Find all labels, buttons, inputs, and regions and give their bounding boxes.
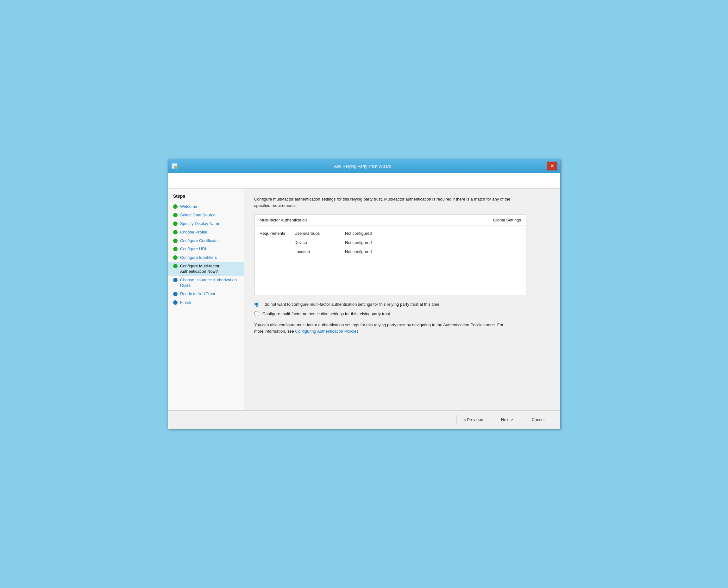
info-text: You can also configure multi-factor auth… bbox=[254, 322, 514, 334]
sidebar-item-configure-url[interactable]: Configure URL bbox=[168, 245, 244, 253]
step-dot-ready-to-add bbox=[173, 292, 178, 296]
sidebar-item-label-specify-display-name: Specify Display Name bbox=[180, 221, 220, 227]
mfa-item-name-users-groups: Users/Groups bbox=[294, 231, 326, 236]
step-dot-configure-certificate bbox=[173, 238, 178, 243]
title-bar: Add Relying Party Trust Wizard ✕ bbox=[168, 159, 560, 173]
close-button[interactable]: ✕ bbox=[547, 162, 557, 170]
window-title: Add Relying Party Trust Wizard bbox=[334, 164, 392, 169]
mfa-item-name-device: Device bbox=[294, 240, 326, 245]
mfa-item-name-location: Location bbox=[294, 249, 326, 254]
mfa-table-header: Multi-factor Authentication Global Setti… bbox=[255, 214, 526, 226]
steps-title: Steps bbox=[168, 193, 244, 203]
sidebar-item-label-configure-mfa: Configure Multi-factor Authentication No… bbox=[180, 264, 239, 274]
info-text-after: . bbox=[359, 329, 360, 334]
sidebar-item-label-ready-to-add: Ready to Add Trust bbox=[180, 292, 215, 297]
sidebar-item-welcome[interactable]: Welcome bbox=[168, 203, 244, 211]
sidebar-item-label-configure-url: Configure URL bbox=[180, 247, 207, 252]
mfa-item-status-users-groups: Not configured bbox=[345, 231, 372, 236]
mfa-items: Users/Groups Not configured Device Not c… bbox=[294, 231, 372, 254]
radio-label-no-configure: I do not want to configure multi-factor … bbox=[262, 302, 441, 307]
sidebar-item-ready-to-add[interactable]: Ready to Add Trust bbox=[168, 290, 244, 298]
footer: < Previous Next > Cancel bbox=[168, 410, 560, 429]
title-bar-center: Add Relying Party Trust Wizard bbox=[178, 164, 547, 169]
svg-rect-3 bbox=[175, 166, 177, 169]
cancel-button[interactable]: Cancel bbox=[524, 415, 552, 424]
app-icon bbox=[171, 162, 178, 170]
mfa-table-body: Requirements Users/Groups Not configured… bbox=[255, 226, 526, 296]
mfa-item-status-device: Not configured bbox=[345, 240, 372, 245]
wizard-window: Add Relying Party Trust Wizard ✕ Steps W… bbox=[168, 159, 560, 429]
content-area: Configure multi-factor authentication se… bbox=[244, 189, 560, 410]
info-link[interactable]: Configuring Authentication Policies bbox=[295, 329, 358, 334]
radio-option-configure[interactable]: Configure multi-factor authentication se… bbox=[254, 311, 514, 316]
step-dot-specify-display-name bbox=[173, 222, 178, 226]
mfa-item-device: Device Not configured bbox=[294, 240, 372, 245]
sidebar-item-configure-mfa[interactable]: Configure Multi-factor Authentication No… bbox=[168, 262, 244, 276]
mfa-table-header-title: Multi-factor Authentication bbox=[260, 218, 307, 223]
sidebar-item-label-finish: Finish bbox=[180, 300, 191, 306]
mfa-requirements-label: Requirements bbox=[260, 231, 294, 236]
info-text-before: You can also configure multi-factor auth… bbox=[254, 322, 503, 334]
mfa-row: Requirements Users/Groups Not configured… bbox=[260, 231, 521, 254]
mfa-item-status-location: Not configured bbox=[345, 249, 372, 254]
radio-option-no-configure[interactable]: I do not want to configure multi-factor … bbox=[254, 301, 514, 307]
sidebar-item-configure-identifiers[interactable]: Configure Identifiers bbox=[168, 253, 244, 262]
sidebar-item-configure-certificate[interactable]: Configure Certificate bbox=[168, 237, 244, 245]
sidebar-item-specify-display-name[interactable]: Specify Display Name bbox=[168, 219, 244, 228]
sidebar-item-label-welcome: Welcome bbox=[180, 204, 197, 209]
sidebar-item-label-configure-certificate: Configure Certificate bbox=[180, 238, 218, 244]
step-dot-configure-mfa bbox=[173, 264, 178, 268]
sidebar-item-select-data-source[interactable]: Select Data Source bbox=[168, 211, 244, 219]
step-dot-configure-url bbox=[173, 247, 178, 251]
sidebar-item-finish[interactable]: Finish bbox=[168, 298, 244, 307]
previous-button[interactable]: < Previous bbox=[456, 415, 490, 424]
sidebar-item-choose-issuance[interactable]: Choose Issuance Authorization Rules bbox=[168, 276, 244, 290]
sidebar-item-label-choose-profile: Choose Profile bbox=[180, 230, 207, 235]
step-dot-choose-profile bbox=[173, 230, 178, 234]
svg-rect-1 bbox=[172, 164, 177, 166]
step-dot-select-data-source bbox=[173, 213, 178, 217]
sidebar-item-choose-profile[interactable]: Choose Profile bbox=[168, 228, 244, 237]
main-content: Steps Welcome Select Data Source Specify… bbox=[168, 189, 560, 410]
sidebar-item-label-configure-identifiers: Configure Identifiers bbox=[180, 255, 217, 260]
step-dot-finish bbox=[173, 300, 178, 305]
title-bar-left bbox=[171, 162, 178, 170]
sidebar: Steps Welcome Select Data Source Specify… bbox=[168, 189, 244, 410]
next-button[interactable]: Next > bbox=[493, 415, 521, 424]
radio-section: I do not want to configure multi-factor … bbox=[254, 301, 514, 316]
step-dot-choose-issuance bbox=[173, 278, 178, 282]
mfa-table: Multi-factor Authentication Global Setti… bbox=[254, 214, 526, 296]
sidebar-item-label-select-data-source: Select Data Source bbox=[180, 213, 216, 218]
step-dot-welcome bbox=[173, 204, 178, 209]
mfa-item-users-groups: Users/Groups Not configured bbox=[294, 231, 372, 236]
step-dot-configure-identifiers bbox=[173, 255, 178, 260]
svg-rect-2 bbox=[172, 166, 174, 169]
mfa-table-header-global: Global Settings bbox=[493, 218, 521, 223]
top-strip bbox=[168, 173, 560, 189]
mfa-item-location: Location Not configured bbox=[294, 249, 372, 254]
radio-label-configure: Configure multi-factor authentication se… bbox=[262, 311, 391, 316]
sidebar-item-label-choose-issuance: Choose Issuance Authorization Rules bbox=[180, 277, 239, 288]
radio-input-no-configure[interactable] bbox=[254, 301, 259, 307]
description-text: Configure multi-factor authentication se… bbox=[254, 196, 514, 208]
radio-input-configure[interactable] bbox=[254, 311, 259, 316]
